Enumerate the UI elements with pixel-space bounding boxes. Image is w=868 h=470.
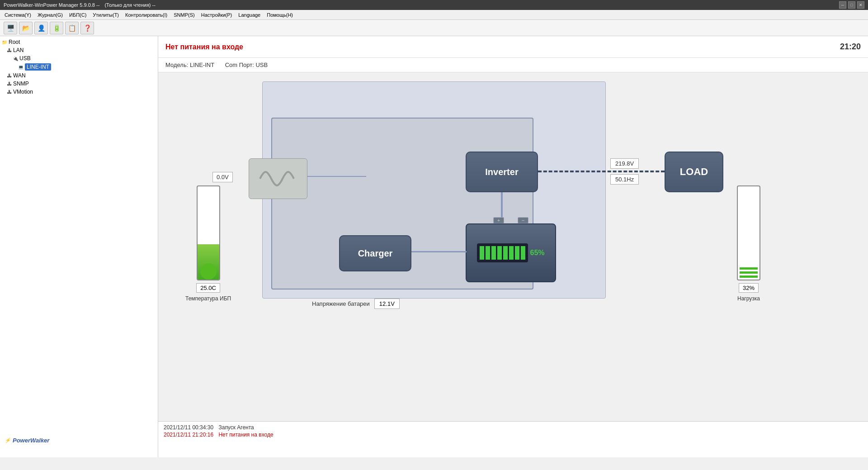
toolbar: 🖥️ 📂 👤 🔋 📋 ❓	[0, 20, 868, 36]
ac-wave-symbol	[249, 158, 307, 199]
battery-bar-6	[509, 246, 514, 260]
sidebar: 📁 Root 🖧 LAN 🔌 USB 💻 LINE-INT 🖧 WAN 🖧 SN…	[0, 36, 158, 457]
battery-voltage-value: 12.1V	[379, 300, 395, 307]
brand-name: PowerWalker	[13, 437, 49, 444]
output-freq-display: 50.1Hz	[610, 174, 639, 185]
wave-svg	[258, 167, 298, 190]
app-subtitle: (Только для чтения) --	[104, 2, 156, 8]
battery-bar-7	[515, 246, 519, 260]
maximize-button[interactable]: □	[848, 1, 855, 9]
load-stripe-1	[740, 267, 758, 270]
load-gauge	[737, 185, 760, 280]
toolbar-open-button[interactable]: 📂	[19, 22, 33, 34]
log-time-2: 2021/12/11 21:20:16	[164, 432, 213, 438]
ups-diagram-area: 0.0V Charger Inverter	[158, 72, 868, 421]
log-msg-1: Запуск Агента	[218, 424, 254, 431]
battery-bar-4	[497, 246, 502, 260]
menu-ups[interactable]: ИБП(С)	[66, 11, 89, 19]
vmotion-icon: 🖧	[7, 90, 12, 95]
load-percent-value: 32%	[743, 285, 755, 291]
status-header: Нет питания на входе 21:20	[158, 36, 868, 58]
temp-label: Температура ИБП	[185, 295, 231, 302]
temp-gauge	[197, 185, 220, 280]
battery-bar-5	[503, 246, 508, 260]
toolbar-help-button[interactable]: ❓	[80, 22, 94, 34]
battery-block: + −	[466, 217, 556, 285]
charger-batt-wire	[411, 251, 467, 252]
load-value-box: 32%	[739, 283, 759, 293]
battery-body: 65%	[466, 223, 556, 282]
temperature-section: 25.0C Температура ИБП	[185, 185, 231, 302]
menu-settings[interactable]: Настройки(P)	[198, 11, 235, 19]
battery-voltage-section: Напряжение батареи 12.1V	[312, 299, 400, 309]
menu-journal[interactable]: Журнал(G)	[35, 11, 66, 19]
output-freq-value: 50.1Hz	[615, 176, 634, 183]
network-icon: 🖧	[7, 48, 12, 53]
input-wire-h	[307, 176, 366, 177]
temp-value-box: 25.0C	[196, 283, 220, 293]
sidebar-item-vmotion[interactable]: 🖧 VMotion	[2, 88, 156, 96]
toolbar-monitor-button[interactable]: 🖥️	[4, 22, 17, 34]
log-time-1: 2021/12/11 00:34:30	[164, 424, 213, 431]
battery-terminals: + −	[466, 217, 556, 223]
load-section-label: Нагрузка	[737, 295, 760, 302]
load-section: 32% Нагрузка	[737, 185, 760, 302]
content-area: Нет питания на входе 21:20 Модель: LINE-…	[158, 36, 868, 457]
menu-snmp[interactable]: SNMP(S)	[171, 11, 197, 19]
device-icon: 💻	[18, 65, 24, 70]
sidebar-item-lan[interactable]: 🖧 LAN	[2, 46, 156, 54]
menu-utilities[interactable]: Утилиты(T)	[90, 11, 122, 19]
port-value: USB	[255, 62, 268, 68]
toolbar-battery-button[interactable]: 🔋	[50, 22, 63, 34]
menu-control[interactable]: Контролировать(I)	[123, 11, 170, 19]
port-label: Com Порт:	[225, 62, 254, 68]
toolbar-table-button[interactable]: 📋	[65, 22, 79, 34]
output-voltage-display: 219.8V	[610, 158, 639, 169]
close-button[interactable]: ✕	[857, 1, 864, 9]
menu-system[interactable]: Система(Y)	[2, 11, 34, 19]
battery-bars	[477, 243, 528, 262]
log-entry-1: 2021/12/11 00:34:30 Запуск Агента	[164, 424, 863, 431]
sidebar-item-usb[interactable]: 🔌 USB	[2, 54, 156, 62]
log-area: 2021/12/11 00:34:30 Запуск Агента 2021/1…	[158, 421, 868, 457]
terminal-minus: −	[518, 217, 528, 223]
wan-icon: 🖧	[7, 73, 12, 78]
sidebar-item-root[interactable]: 📁 Root	[2, 38, 156, 46]
title-bar: PowerWalker-WinPower Manager 5.9.0.8 -- …	[0, 0, 868, 10]
battery-bar-3	[491, 246, 496, 260]
load-block: LOAD	[665, 152, 723, 192]
sidebar-item-snmp[interactable]: 🖧 SNMP	[2, 80, 156, 88]
window-controls: ─ □ ✕	[839, 1, 864, 9]
load-stripes	[738, 250, 760, 280]
status-time: 21:20	[840, 42, 861, 52]
output-voltage-value: 219.8V	[615, 160, 634, 167]
battery-bar-1	[480, 246, 484, 260]
model-info-bar: Модель: LINE-INT Com Порт: USB	[158, 58, 868, 72]
brand-logo: ⚡ PowerWalker	[5, 437, 49, 444]
menu-language[interactable]: Language	[236, 11, 263, 19]
snmp-icon: 🖧	[7, 81, 12, 86]
charger-block: Charger	[339, 235, 411, 271]
menu-help[interactable]: Помощь(H)	[264, 11, 296, 19]
temp-value: 25.0C	[200, 285, 216, 291]
menu-bar: Система(Y) Журнал(G) ИБП(С) Утилиты(T) К…	[0, 10, 868, 20]
battery-bar-2	[486, 246, 490, 260]
battery-percent-label: 65%	[530, 249, 544, 257]
load-label: LOAD	[680, 166, 708, 178]
sidebar-item-wan[interactable]: 🖧 WAN	[2, 71, 156, 80]
toolbar-user-button[interactable]: 👤	[34, 22, 48, 34]
battery-voltage-label: Напряжение батареи	[312, 300, 370, 307]
battery-voltage-box: 12.1V	[374, 299, 400, 309]
model-label: Модель:	[165, 62, 188, 68]
main-layout: 📁 Root 🖧 LAN 🔌 USB 💻 LINE-INT 🖧 WAN 🖧 SN…	[0, 36, 868, 457]
model-value: LINE-INT	[190, 62, 214, 68]
folder-icon: 📁	[2, 40, 7, 45]
inverter-block: Inverter	[466, 152, 538, 192]
app-title: PowerWalker-WinPower Manager 5.9.0.8 --	[4, 2, 99, 8]
inverter-load-wire	[538, 171, 665, 172]
minimize-button[interactable]: ─	[839, 1, 846, 9]
battery-bar-8	[521, 246, 525, 260]
temp-bulb	[200, 263, 217, 280]
usb-icon: 🔌	[13, 56, 18, 61]
sidebar-item-line-int[interactable]: 💻 LINE-INT	[2, 62, 156, 71]
